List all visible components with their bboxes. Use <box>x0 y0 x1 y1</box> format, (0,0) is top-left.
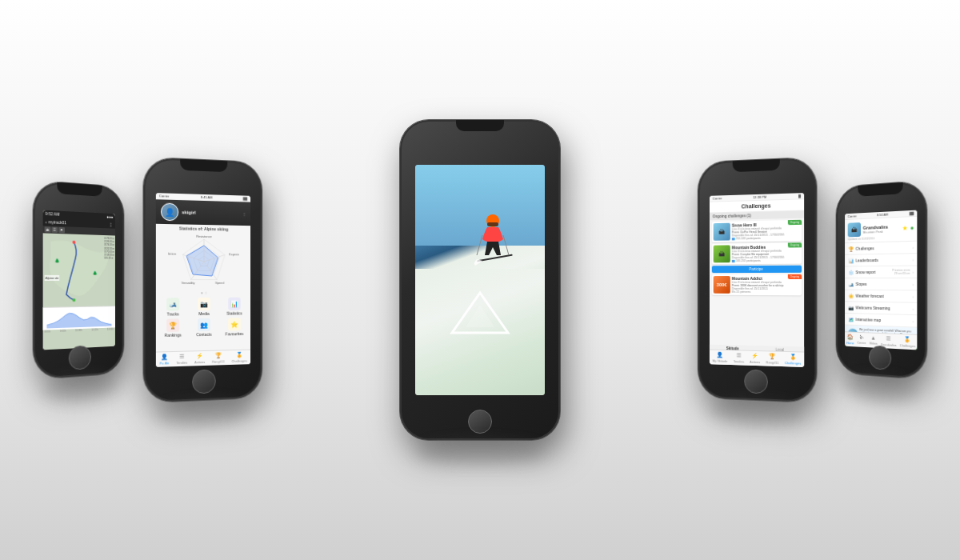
menu-webcams-chevron: › <box>912 306 914 311</box>
challenge-1-participants: 👥 250-500 participants <box>732 236 800 240</box>
phone-5-screen-wrapper: Carrier 8:50 AM ▓▓ 🏔 Grandvalira Mountai… <box>845 210 917 350</box>
phone-1-map-btn[interactable]: ⛰ <box>45 226 51 232</box>
svg-marker-9 <box>186 246 218 276</box>
challenge-1-status: Ongoing <box>788 220 802 225</box>
stat-tracks[interactable]: 🎿 Tracks <box>158 298 187 317</box>
challenge-1-content: 🏔 Snow Hero III Lloc: En la teva estació… <box>714 222 800 241</box>
phone-1-elevation-chart: 8:00h9:00h10:00h11:00h12:00h <box>43 306 115 330</box>
rank-icon: 🏆 <box>215 352 222 358</box>
phone-1-map-area[interactable]: 🌲 🌲 2178.00 m 2126.00 m 2074.00 m 2022.0… <box>43 233 115 307</box>
phone-1: 9:52 AM ●●● ‹ mytrack01 ⋮ ⛰ ☰ ⚑ <box>34 181 124 379</box>
svg-text:Versatility: Versatility <box>182 281 195 285</box>
menu-snow-report[interactable]: ❄️ Snow report Previous snow29 cm-69 cm … <box>845 266 917 279</box>
phone-4-nav-actions[interactable]: ⚡ Actions <box>750 353 760 364</box>
stat-rankings-label: Rankings <box>158 332 187 338</box>
tendies-icon-4: ☰ <box>736 352 741 358</box>
phone-4-home-btn[interactable] <box>744 370 768 394</box>
phone-4-nav-myskitude[interactable]: 👤 My Skitude <box>712 352 727 363</box>
menu-leaderboards-label: Leaderboards <box>856 257 910 262</box>
phone-4-nav-rank[interactable]: 🏆 Rang#11 <box>766 353 778 365</box>
challenge-2-status: Ongoing <box>788 242 802 247</box>
stat-media[interactable]: 📷 Media <box>190 298 218 316</box>
phone-1-chart-svg <box>45 308 114 329</box>
phone-1-track-label: Alpine ski <box>45 275 60 281</box>
phone-5: Carrier 8:50 AM ▓▓ 🏔 Grandvalira Mountai… <box>836 181 926 379</box>
svg-text:🌲: 🌲 <box>93 270 98 276</box>
rank-label-4: Rang#11 <box>766 360 778 365</box>
skier-svg <box>473 211 513 275</box>
stat-rankings[interactable]: 🏆 Rankings <box>158 318 187 338</box>
challenge-3-content: 300€ Mountain Addict Lloc: En la teva es… <box>714 276 800 294</box>
phone-5-notch <box>858 182 902 197</box>
centre-icon: ⛷ <box>859 334 864 340</box>
phone-5-resort-peak: Mountain Peak <box>863 229 888 234</box>
stat-statistics[interactable]: 📊 Statistics <box>221 298 249 316</box>
phone-5-resort-header: 🏔 Grandvalira Mountain Peak ★ ● Updated … <box>845 217 917 243</box>
phone-5-nav-centre[interactable]: ⛷ Centre <box>858 334 866 346</box>
phone-4-title: Challenges <box>712 202 802 210</box>
phone-2-nav-challenges[interactable]: 🏅 Challenges <box>232 352 247 363</box>
challenge-2[interactable]: 🏔 Mountain Buddies Lloc: En la teva esta… <box>712 242 802 264</box>
phone-2-menu-dots[interactable]: ⋮ <box>243 212 246 216</box>
phone-4-nav-challenges[interactable]: 🏅 Challenges <box>785 354 801 366</box>
phone-3-logo <box>448 289 512 338</box>
phone-5-favorite-star[interactable]: ★ <box>902 224 908 231</box>
grandvalira-icon: ☰ <box>886 335 891 342</box>
phone-5-nav-home[interactable]: 🏠 Home <box>846 334 854 345</box>
menu-challenges[interactable]: 🏆 Challenges › <box>845 242 917 255</box>
sklina-label: Sklina <box>869 341 877 345</box>
menu-slopes[interactable]: 🎿 Slopes › <box>845 278 917 290</box>
stat-favourites[interactable]: ⭐ Favourites <box>221 318 249 336</box>
phone-1-screen-wrapper: 9:52 AM ●●● ‹ mytrack01 ⋮ ⛰ ☰ ⚑ <box>43 210 115 350</box>
phone-2-nav-actions[interactable]: ⚡ Actions <box>194 353 205 364</box>
phone-2-notch <box>180 159 227 172</box>
menu-weather[interactable]: ☀️ Weather forecast › <box>845 290 917 303</box>
actions-icon-4: ⚡ <box>751 353 758 359</box>
phone-1-back-icon[interactable]: ‹ <box>46 219 47 224</box>
skier-figure <box>473 211 513 276</box>
challenge-2-content: 🏔 Mountain Buddies Lloc: En la teva esta… <box>714 244 800 262</box>
home-icon-5: 🏠 <box>847 334 854 340</box>
phone-3 <box>400 120 560 440</box>
phone-1-menu-icon[interactable]: ⋮ <box>109 222 113 227</box>
menu-snow-icon: ❄️ <box>848 269 854 275</box>
phone-1-altitude-labels: 2178.00 m 2126.00 m 2074.00 m 2022.00 m … <box>104 237 114 260</box>
menu-slopes-label: Slopes <box>856 282 910 286</box>
challenge-1[interactable]: 🏔 Snow Hero III Lloc: En la teva estació… <box>712 220 802 242</box>
stat-statistics-label: Statistics <box>221 310 249 315</box>
menu-challenges-chevron: › <box>912 245 914 250</box>
phone-5-battery: ▓▓ <box>910 211 914 215</box>
phone-1-flag-btn[interactable]: ⚑ <box>58 227 65 233</box>
phone-2-radar-svg: Resistance Experience Speed Versatility … <box>168 232 239 290</box>
menu-snow-chevron: › <box>912 270 914 274</box>
phone-2-nav-tendies[interactable]: ☰ Tendies <box>176 354 187 366</box>
participate-button[interactable]: Participe <box>712 266 802 273</box>
challenge-2-participants: 👥 100-250 participants <box>732 259 800 263</box>
challenge-3[interactable]: 300€ Mountain Addict Lloc: En la teva es… <box>712 274 802 295</box>
phone-2-stats-grid: 🎿 Tracks 📷 Media 📊 Statistics 🏆 Rankings <box>156 295 250 341</box>
menu-weather-chevron: › <box>912 294 914 298</box>
menu-map-label: Interactive map <box>856 317 910 323</box>
phone-4-nav-tendies[interactable]: ☰ Tendies <box>734 352 744 363</box>
menu-snow-label: Snow report <box>856 270 890 274</box>
stat-favourites-label: Favourites <box>221 331 249 337</box>
phone-5-nav-sklina[interactable]: ▲ Sklina <box>869 334 877 346</box>
stat-contacts[interactable]: 👥 Contacts <box>190 318 218 338</box>
challenge-3-img: 300€ <box>714 276 730 294</box>
phone-5-home-btn[interactable] <box>869 345 891 370</box>
challenges-icon: 🏅 <box>236 352 243 358</box>
phone-5-screen: Carrier 8:50 AM ▓▓ 🏔 Grandvalira Mountai… <box>845 210 917 350</box>
phone-2-nav-pome[interactable]: 👤 Po-Me <box>159 354 169 366</box>
phone-2-home-btn[interactable] <box>192 370 216 394</box>
menu-leaderboards[interactable]: 📊 Leaderboards › <box>845 254 917 266</box>
phone-3-home-btn[interactable] <box>468 410 492 434</box>
phone-5-nav-challenges[interactable]: 🏅 Challenges <box>900 336 916 348</box>
svg-line-24 <box>503 235 509 255</box>
phone-2-nav-rank[interactable]: 🏆 Rang#11 <box>212 352 225 363</box>
stat-rankings-icon: 🏆 <box>166 318 179 331</box>
rank-icon-4: 🏆 <box>769 353 776 359</box>
phone-1-layer-btn[interactable]: ☰ <box>51 227 58 233</box>
stat-media-icon: 📷 <box>198 298 210 310</box>
challenge-3-participants: Els 25 primeres <box>732 290 800 294</box>
phone-1-home-btn[interactable] <box>69 345 91 370</box>
